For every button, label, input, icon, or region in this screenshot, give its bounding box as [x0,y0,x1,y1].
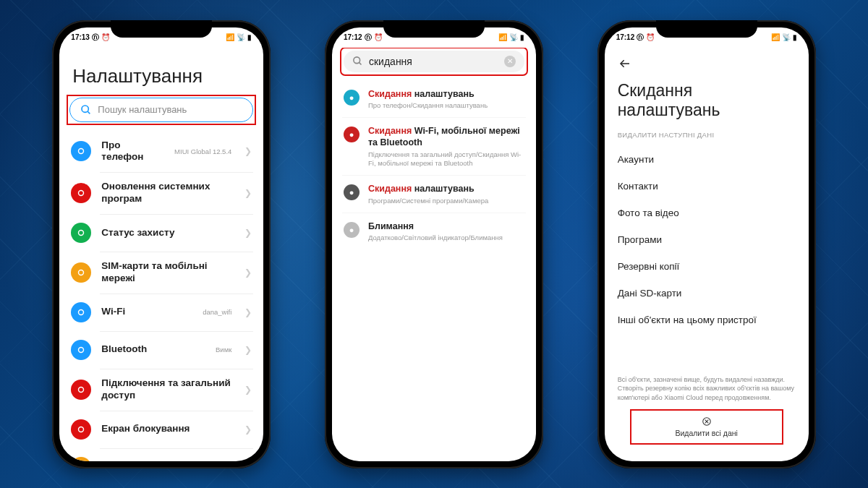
settings-row[interactable]: Екран❯ [69,448,253,461]
status-left: 17:12 ⓝ ⏰ [344,33,383,43]
row-label: Оновлення системних програм [101,181,231,205]
phone-2-screen: 17:12 ⓝ ⏰ 📶 📡 ▮ ✕ ● [332,27,536,461]
phone-1-screen: 17:13 ⓝ ⏰ 📶 📡 ▮ Налаштування Пошук налаш… [59,27,263,461]
row-label: Bluetooth [101,343,205,356]
search-result[interactable]: ●Скидання Wi-Fi, мобільної мережі та Blu… [342,117,526,175]
chevron-right-icon: ❯ [244,345,252,355]
svg-line-1 [88,111,90,114]
settings-row[interactable]: BluetoothВимк❯ [69,331,253,369]
settings-row[interactable]: SIM-карти та мобільні мережі❯ [69,252,253,294]
data-item: Фото та відео [615,200,799,226]
phone-notch [111,20,212,38]
result-body: Скидання налаштуваньПрограми/Системні пр… [368,183,524,205]
phone-2-content: ✕ ●Скидання налаштуваньПро телефон/Скида… [332,48,536,461]
row-main: Статус захисту [101,227,231,239]
chevron-right-icon: ❯ [244,307,252,317]
phone-notch [383,20,485,38]
chevron-right-icon: ❯ [244,424,252,435]
row-meta: MIUI Global 12.5.4 [174,147,231,155]
status-battery-icon: ▮ [520,33,524,41]
svg-point-5 [79,270,84,275]
status-nfc-icon: ⓝ [92,33,99,43]
svg-point-7 [79,347,84,352]
result-title: Блимання [368,221,524,232]
status-right: 📶 📡 ▮ [498,33,524,41]
row-label: Wi-Fi [101,306,192,318]
result-body: Скидання налаштуваньПро телефон/Скидання… [368,88,524,111]
status-time: 17:13 [71,33,90,41]
settings-row[interactable]: Екран блокування❯ [69,411,253,448]
status-signal-icon: 📶 [498,33,507,41]
phone-info-icon [71,141,91,161]
result-body: Скидання Wi-Fi, мобільної мережі та Blue… [368,125,524,168]
settings-row[interactable]: Оновлення системних програм❯ [69,172,253,214]
result-body: БлиманняДодатково/Світловий індикатор/Бл… [368,221,524,243]
search-box-highlight: ✕ [342,49,526,74]
settings-row[interactable]: Про телефонMIUI Global 12.5.4❯ [69,131,253,173]
data-item: Акаунти [615,146,799,173]
stage: 17:13 ⓝ ⏰ 📶 📡 ▮ Налаштування Пошук налаш… [0,0,868,488]
status-nfc-icon: ⓝ [637,33,644,43]
data-item: Контакти [615,173,799,200]
search-box[interactable]: ✕ [344,51,524,72]
status-wifi-icon: 📡 [509,33,518,41]
chevron-right-icon: ❯ [244,267,252,278]
row-main: Bluetooth [101,343,205,356]
row-label: Підключення та загальний доступ [101,377,231,402]
settings-row[interactable]: Підключення та загальний доступ❯ [69,369,253,411]
status-alarm-icon: ⏰ [646,33,655,41]
status-left: 17:12 ⓝ ⏰ [616,33,655,43]
search-result[interactable]: ●Скидання налаштуваньПрограми/Системні п… [342,175,526,213]
svg-line-13 [359,62,361,64]
settings-row[interactable]: Wi-Fidana_wifi❯ [69,294,253,331]
status-battery-icon: ▮ [247,33,252,41]
network-reset-icon: ● [344,127,359,142]
arrow-left-icon [618,58,632,69]
svg-point-12 [354,57,360,64]
svg-point-6 [79,309,84,314]
row-main: SIM-карти та мобільні мережі [101,260,231,285]
row-main: Екран блокування [101,423,231,435]
share-icon [71,380,91,400]
svg-point-4 [79,231,84,236]
search-result[interactable]: ●БлиманняДодатково/Світловий індикатор/Б… [342,213,526,250]
status-right: 📶 📡 ▮ [771,33,797,41]
clear-icon[interactable]: ✕ [504,56,516,67]
status-alarm-icon: ⏰ [101,33,110,41]
update-icon [71,183,91,203]
back-button[interactable] [615,48,799,78]
status-nfc-icon: ⓝ [365,33,372,43]
search-box[interactable]: Пошук налаштувань [69,98,253,122]
svg-point-8 [79,387,84,392]
page-title: Скидання налаштувань [618,81,799,121]
result-path: Про телефон/Скидання налаштувань [368,101,524,110]
page-title: Налаштування [72,65,253,87]
svg-point-9 [79,427,84,432]
row-main: Оновлення системних програм [101,181,231,205]
delete-all-button[interactable]: Видалити всі дані [631,410,783,444]
search-result[interactable]: ●Скидання налаштуваньПро телефон/Скиданн… [342,81,526,118]
sun-icon [71,457,91,461]
search-placeholder: Пошук налаштувань [98,104,187,115]
delete-button-wrap: Видалити всі дані [615,410,799,454]
shield-icon [71,223,91,243]
search-input[interactable] [369,56,498,67]
status-signal-icon: 📶 [226,33,234,41]
result-path: Підключення та загальний доступ/Скидання… [368,150,524,168]
row-label: Про телефон [101,140,164,164]
search-icon [352,56,363,67]
camera-dot-icon: ● [344,184,359,200]
row-meta: dana_wifi [203,308,231,316]
status-signal-icon: 📶 [771,33,780,41]
result-path: Програми/Системні програми/Камера [368,197,524,205]
bluetooth-icon [71,340,91,360]
lock-icon [71,419,91,440]
row-main: Wi-Fi [101,306,192,318]
data-item: Інші об'єкти на цьому пристрої [615,307,799,333]
status-right: 📶 📡 ▮ [226,33,252,41]
sim-icon [71,262,91,283]
settings-row[interactable]: Статус захисту❯ [69,214,253,252]
data-item: Резервні копії [615,253,799,280]
status-battery-icon: ▮ [793,33,797,41]
svg-point-2 [79,149,84,154]
